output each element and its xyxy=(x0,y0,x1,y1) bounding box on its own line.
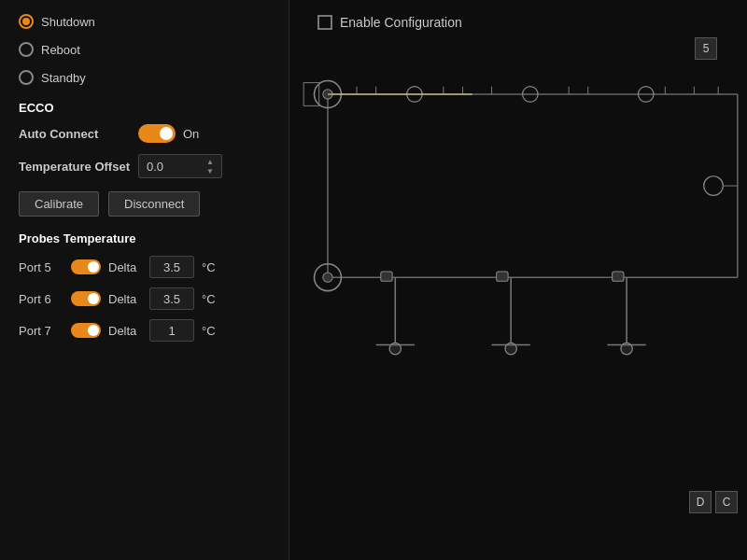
port7-value[interactable]: 1 xyxy=(149,319,194,342)
port5-value[interactable]: 3.5 xyxy=(149,256,194,278)
shutdown-label: Shutdown xyxy=(41,15,95,29)
port5-label: Port 5 xyxy=(19,260,63,274)
shutdown-option[interactable]: Shutdown xyxy=(19,9,270,34)
probe-row-port5: Port 5 Delta 3.5 °C xyxy=(19,253,270,281)
port7-unit: °C xyxy=(202,324,216,338)
port7-type: Delta xyxy=(108,324,142,338)
probes-section-label: Probes Temperature xyxy=(19,231,270,245)
svg-rect-35 xyxy=(497,272,508,281)
temperature-offset-input[interactable]: 0.0 ▲ ▼ xyxy=(138,154,222,178)
badge-5: 5 xyxy=(695,37,717,60)
auto-connect-state: On xyxy=(183,127,199,141)
port7-label: Port 7 xyxy=(19,324,63,338)
temperature-offset-row: Temperature Offset 0.0 ▲ ▼ xyxy=(19,150,270,182)
port5-type: Delta xyxy=(108,260,142,274)
port6-unit: °C xyxy=(202,292,216,306)
port7-toggle[interactable] xyxy=(71,323,101,338)
svg-rect-34 xyxy=(381,272,392,281)
auto-connect-label: Auto Connect xyxy=(19,127,131,141)
port5-toggle-knob xyxy=(88,261,99,273)
standby-radio[interactable] xyxy=(19,70,34,85)
spinner-arrows[interactable]: ▲ ▼ xyxy=(206,158,214,175)
port6-value[interactable]: 3.5 xyxy=(149,287,194,310)
toggle-knob xyxy=(160,127,173,140)
temperature-offset-label: Temperature Offset xyxy=(19,160,131,174)
reboot-option[interactable]: Reboot xyxy=(19,37,270,62)
svg-point-32 xyxy=(704,176,724,196)
enable-config-row[interactable]: Enable Configuration xyxy=(317,15,462,30)
standby-option[interactable]: Standby xyxy=(19,65,270,90)
svg-rect-36 xyxy=(613,272,624,281)
svg-point-7 xyxy=(323,273,332,282)
left-panel: Shutdown Reboot Standby ECCO Auto Connec… xyxy=(0,0,289,560)
calibrate-button[interactable]: Calibrate xyxy=(19,191,99,217)
port6-toggle[interactable] xyxy=(71,291,101,306)
conveyor-diagram xyxy=(299,65,742,373)
probe-row-port7: Port 7 Delta 1 °C xyxy=(19,316,270,344)
auto-connect-toggle[interactable] xyxy=(138,124,176,143)
probe-row-port6: Port 6 Delta 3.5 °C xyxy=(19,285,270,313)
reboot-label: Reboot xyxy=(41,43,80,57)
port6-label: Port 6 xyxy=(19,292,63,306)
badge-d[interactable]: D xyxy=(689,491,712,513)
port5-unit: °C xyxy=(202,260,216,274)
port6-toggle-knob xyxy=(88,293,99,304)
disconnect-button[interactable]: Disconnect xyxy=(108,191,200,217)
enable-config-label: Enable Configuration xyxy=(340,15,462,30)
port7-toggle-knob xyxy=(88,325,99,336)
standby-label: Standby xyxy=(41,71,86,85)
port5-toggle[interactable] xyxy=(71,259,101,274)
badge-c[interactable]: C xyxy=(715,491,738,513)
badge-dc-group: D C xyxy=(689,491,738,513)
right-panel: Enable Configuration 5 xyxy=(289,0,747,560)
ecco-section-label: ECCO xyxy=(19,101,270,115)
action-buttons: Calibrate Disconnect xyxy=(19,191,270,217)
shutdown-radio[interactable] xyxy=(19,14,34,29)
auto-connect-row: Auto Connect On xyxy=(19,120,270,147)
port6-type: Delta xyxy=(108,292,142,306)
enable-config-checkbox[interactable] xyxy=(317,15,332,30)
reboot-radio[interactable] xyxy=(19,42,34,57)
